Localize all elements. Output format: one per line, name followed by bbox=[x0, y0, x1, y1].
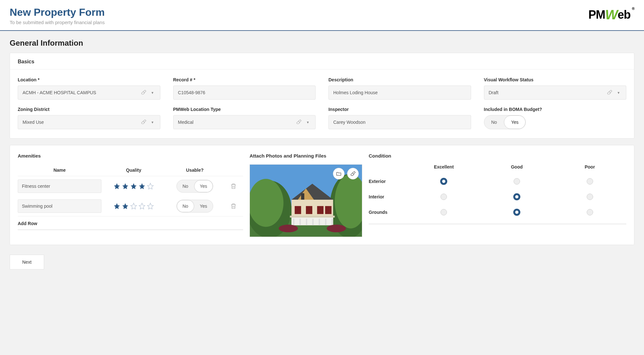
location-select[interactable]: ▼ bbox=[18, 86, 160, 100]
eraser-icon[interactable] bbox=[296, 119, 302, 125]
radio-button[interactable] bbox=[513, 193, 520, 200]
boma-yes[interactable]: Yes bbox=[504, 115, 526, 129]
svg-rect-13 bbox=[325, 206, 332, 214]
star-icon[interactable] bbox=[122, 203, 129, 210]
zoning-input[interactable] bbox=[23, 120, 139, 125]
workflow-input[interactable] bbox=[489, 90, 605, 95]
record-field: Record # * bbox=[173, 77, 316, 100]
condition-col-header: Excellent bbox=[407, 164, 480, 169]
usable-no[interactable]: No bbox=[177, 200, 194, 212]
radio-button[interactable] bbox=[440, 178, 447, 185]
trash-icon[interactable] bbox=[224, 203, 243, 210]
condition-radio-cell bbox=[407, 209, 480, 215]
folder-icon[interactable] bbox=[333, 168, 345, 179]
loctype-input[interactable] bbox=[178, 120, 294, 125]
svg-rect-21 bbox=[325, 219, 327, 225]
amenity-name-input[interactable]: Swimming pool bbox=[18, 199, 101, 213]
usable-pill[interactable]: NoYes bbox=[176, 180, 213, 193]
trash-icon[interactable] bbox=[224, 183, 243, 190]
radio-button[interactable] bbox=[513, 209, 520, 216]
workflow-label: Visual Workflow Status bbox=[484, 77, 627, 82]
usable-toggle: NoYes bbox=[166, 180, 224, 193]
star-icon[interactable] bbox=[147, 183, 154, 190]
description-input-wrap[interactable] bbox=[328, 86, 471, 100]
star-icon[interactable] bbox=[130, 203, 137, 210]
eraser-icon[interactable] bbox=[141, 119, 147, 125]
boma-toggle[interactable]: No Yes bbox=[484, 115, 526, 129]
svg-rect-12 bbox=[317, 206, 324, 214]
zoning-field: Zoning District ▼ bbox=[18, 107, 160, 129]
star-icon[interactable] bbox=[113, 183, 120, 190]
radio-button[interactable] bbox=[587, 209, 593, 215]
condition-radio-cell bbox=[553, 194, 626, 200]
add-row-button[interactable]: Add Row bbox=[18, 216, 243, 228]
svg-rect-11 bbox=[306, 206, 312, 214]
record-input[interactable] bbox=[178, 90, 311, 95]
page-subtitle: To be submitted with property financial … bbox=[10, 20, 105, 25]
eraser-icon[interactable] bbox=[141, 89, 147, 96]
eraser-icon[interactable] bbox=[607, 89, 612, 96]
zoning-select[interactable]: ▼ bbox=[18, 115, 160, 129]
condition-row-label: Exterior bbox=[369, 179, 407, 184]
record-input-wrap[interactable] bbox=[173, 86, 316, 100]
inspector-input-wrap[interactable] bbox=[328, 115, 471, 129]
radio-button[interactable] bbox=[587, 194, 593, 200]
chevron-down-icon[interactable]: ▼ bbox=[150, 90, 156, 96]
star-icon[interactable] bbox=[113, 203, 120, 210]
star-icon[interactable] bbox=[138, 203, 146, 210]
page-header: New Property Form To be submitted with p… bbox=[0, 0, 644, 31]
svg-point-23 bbox=[279, 224, 298, 232]
star-icon[interactable] bbox=[138, 183, 146, 190]
condition-heading: Condition bbox=[369, 153, 626, 159]
eraser-icon[interactable] bbox=[347, 168, 359, 179]
chevron-down-icon[interactable]: ▼ bbox=[305, 119, 311, 125]
loctype-field: PMWeb Location Type ▼ bbox=[173, 107, 316, 129]
condition-radio-cell bbox=[480, 209, 554, 216]
amenity-name-input[interactable]: Fitness center bbox=[18, 179, 101, 193]
radio-button[interactable] bbox=[440, 194, 447, 200]
usable-pill[interactable]: NoYes bbox=[176, 200, 213, 213]
chevron-down-icon[interactable]: ▼ bbox=[150, 119, 156, 125]
svg-rect-18 bbox=[306, 219, 307, 225]
amenity-row: Fitness centerNoYes bbox=[18, 176, 243, 196]
record-label: Record # * bbox=[173, 77, 316, 82]
description-input[interactable] bbox=[333, 90, 466, 95]
inspector-input[interactable] bbox=[333, 120, 466, 125]
boma-no[interactable]: No bbox=[484, 115, 504, 129]
inspector-label: Inspector bbox=[328, 107, 471, 112]
quality-stars[interactable] bbox=[101, 183, 166, 190]
condition-section: Condition ExcellentGoodPoorExteriorInter… bbox=[369, 153, 626, 237]
star-icon[interactable] bbox=[130, 183, 137, 190]
chevron-down-icon[interactable]: ▼ bbox=[616, 90, 621, 96]
usable-yes[interactable]: Yes bbox=[194, 200, 213, 212]
loctype-select[interactable]: ▼ bbox=[173, 115, 316, 129]
quality-stars[interactable] bbox=[101, 203, 166, 210]
svg-rect-17 bbox=[299, 219, 301, 225]
radio-button[interactable] bbox=[440, 209, 447, 215]
star-icon[interactable] bbox=[147, 203, 154, 210]
condition-radio-cell bbox=[480, 193, 554, 200]
divider bbox=[18, 229, 243, 230]
star-icon[interactable] bbox=[122, 183, 129, 190]
condition-radio-cell bbox=[407, 178, 480, 185]
photo-attachment[interactable] bbox=[250, 164, 362, 237]
radio-button[interactable] bbox=[514, 178, 520, 185]
usable-no[interactable]: No bbox=[177, 180, 194, 192]
condition-radio-cell bbox=[553, 209, 626, 215]
basics-heading: Basics bbox=[10, 53, 634, 69]
svg-rect-22 bbox=[332, 219, 333, 225]
workflow-select[interactable]: ▼ bbox=[484, 86, 627, 100]
col-usable: Usable? bbox=[166, 168, 224, 173]
next-button[interactable]: Next bbox=[10, 255, 44, 269]
radio-button[interactable] bbox=[587, 178, 593, 185]
usable-yes[interactable]: Yes bbox=[194, 180, 213, 192]
location-field: Location * ▼ bbox=[18, 77, 160, 100]
condition-col-header: Good bbox=[480, 164, 554, 169]
svg-point-4 bbox=[250, 179, 283, 227]
location-input[interactable] bbox=[23, 90, 139, 95]
pmweb-logo: PMWeb® bbox=[588, 6, 634, 22]
details-card: Amenities Name Quality Usable? Fitness c… bbox=[10, 145, 634, 245]
amenities-heading: Amenities bbox=[18, 153, 243, 159]
condition-row-label: Interior bbox=[369, 194, 407, 199]
col-quality: Quality bbox=[101, 168, 166, 173]
